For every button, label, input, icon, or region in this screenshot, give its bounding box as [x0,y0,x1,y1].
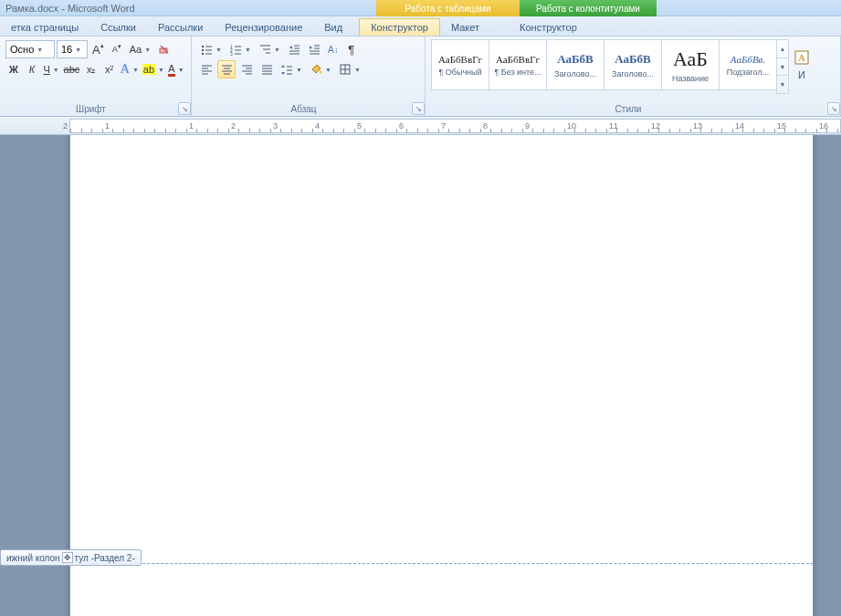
ruler-number: 6 [399,121,404,131]
group-paragraph: ▼ 123▼ ▼ А↓ ¶ ▼ ▼ ▼ Абзац ↘ [192,37,426,116]
ribbon: Осно▼ 16▼ A▴ A▾ Aa▼ Ж К Ч▼ abc x₂ x² A▼ … [0,37,841,117]
highlight-button[interactable]: ab▼ [142,60,165,78]
clear-formatting-button[interactable] [155,40,173,58]
document-area: Курсовая Изм. Лист № докум. Подпись Дата… [0,135,841,616]
footer-tag-text-left: ижний колон [6,553,60,563]
numbering-icon: 123 [229,43,242,56]
paint-bucket-icon [310,63,322,76]
align-center-button[interactable] [217,60,236,78]
tab-references[interactable]: Ссылки [89,19,147,36]
line-spacing-icon [280,63,293,76]
styles-gallery-scroll: ▲ ▼ ▼ [776,39,789,94]
paragraph-dialog-launcher[interactable]: ↘ [412,102,425,115]
group-styles: АаБбВвГг¶ Обычный АаБбВвГг¶ Без инте... … [426,37,841,116]
group-label-styles: Стили [426,104,831,114]
show-marks-button[interactable]: ¶ [343,40,360,58]
bullets-icon [200,43,213,56]
shrink-font-button[interactable]: A▾ [109,40,125,58]
tab-page-layout[interactable]: етка страницы [0,19,89,36]
underline-button[interactable]: Ч▼ [42,60,60,78]
multilevel-list-button[interactable]: ▼ [256,40,283,58]
justify-icon [260,63,273,76]
font-dialog-launcher[interactable]: ↘ [178,102,191,115]
page[interactable]: Курсовая Изм. Лист № докум. Подпись Дата… [69,135,814,616]
style-subtitle[interactable]: АаБбВв.Подзагол... [719,39,776,90]
bold-button[interactable]: Ж [5,60,22,78]
subscript-button[interactable]: x₂ [83,60,100,78]
svg-marker-22 [310,46,312,49]
svg-point-48 [319,71,321,74]
styles-dialog-launcher[interactable]: ↘ [827,102,840,115]
gallery-down-button[interactable]: ▼ [777,58,788,77]
italic-button[interactable]: К [24,60,40,78]
superscript-button[interactable]: x² [101,60,118,78]
ruler-number: 4 [315,121,320,131]
font-color-button[interactable]: A▼ [167,60,185,78]
outdent-icon [288,43,300,56]
tab-mailings[interactable]: Рассылки [147,19,214,36]
window-title: Рамка.docx - Microsoft Word [5,3,135,14]
footer-section-tag[interactable]: ижний колон ✥ тул -Раздел 2- [0,549,142,566]
svg-marker-44 [281,72,285,75]
font-name-combo[interactable]: Осно▼ [5,40,55,58]
horizontal-ruler[interactable]: 21123456789101112131415161 [0,117,841,135]
justify-button[interactable] [258,60,276,78]
ruler-number: 1 [105,121,110,131]
align-left-icon [200,63,213,76]
sort-button[interactable]: А↓ [325,40,342,58]
multilevel-icon [258,43,271,56]
style-no-spacing[interactable]: АаБбВвГг¶ Без инте... [489,39,546,90]
gallery-up-button[interactable]: ▲ [777,40,788,58]
align-left-button[interactable] [197,60,216,78]
change-styles-icon: A [794,49,810,69]
shading-button[interactable]: ▼ [307,60,334,78]
gallery-more-button[interactable]: ▼ [777,76,788,93]
styles-gallery: АаБбВвГг¶ Обычный АаБбВвГг¶ Без инте... … [431,39,835,94]
bullets-button[interactable]: ▼ [197,40,225,58]
ruler-number: 1 [189,121,194,131]
align-right-icon [240,63,253,76]
style-normal[interactable]: АаБбВвГг¶ Обычный [431,39,489,90]
svg-text:A: A [798,52,805,63]
indent-icon [308,43,321,56]
svg-marker-17 [289,46,292,49]
align-center-icon [220,63,233,76]
ruler-number: 7 [441,121,446,131]
group-label-paragraph: Абзац [192,104,415,114]
context-tab-table-tools[interactable]: Работа с таблицами [376,0,520,16]
align-right-button[interactable] [237,60,256,78]
tab-review[interactable]: Рецензирование [214,19,313,36]
style-heading1[interactable]: АаБбВЗаголово... [546,39,604,90]
decrease-indent-button[interactable] [285,40,303,58]
svg-point-4 [202,49,204,51]
line-spacing-button[interactable]: ▼ [278,60,305,78]
tab-header-footer-design[interactable]: Конструктор [509,19,588,36]
style-title[interactable]: АаБНазвание [661,39,719,90]
svg-marker-43 [281,65,285,68]
move-handle-icon[interactable]: ✥ [62,552,73,563]
style-heading2[interactable]: АаБбВЗаголово... [604,39,661,90]
tab-view[interactable]: Вид [313,19,353,36]
ruler-track: 21123456789101112131415161 [69,119,841,133]
numbering-button[interactable]: 123▼ [226,40,254,58]
contextual-tab-strip: Работа с таблицами Работа с колонтитулам… [376,0,657,16]
change-case-button[interactable]: Aa▼ [127,40,153,58]
footer-boundary-line [69,563,814,564]
tab-table-layout[interactable]: Макет [440,19,490,36]
increase-indent-button[interactable] [305,40,323,58]
grow-font-button[interactable]: A▴ [89,40,107,58]
ruler-number: 3 [273,121,278,131]
ruler-number: 9 [525,121,530,131]
strike-button[interactable]: abc [62,60,81,78]
svg-point-2 [202,46,204,47]
change-styles-button[interactable]: A И [793,39,811,90]
text-effects-button[interactable]: A▼ [120,60,140,78]
font-size-combo[interactable]: 16▼ [57,40,88,58]
ruler-number: 2 [63,121,68,131]
borders-button[interactable]: ▼ [336,60,363,78]
context-tab-header-tools[interactable]: Работа с колонтитулами [520,0,657,16]
ribbon-tab-row: етка страницы Ссылки Рассылки Рецензиров… [0,16,841,37]
svg-point-6 [202,53,204,55]
tab-table-design[interactable]: Конструктор [359,18,440,36]
ruler-number: 2 [231,121,236,131]
